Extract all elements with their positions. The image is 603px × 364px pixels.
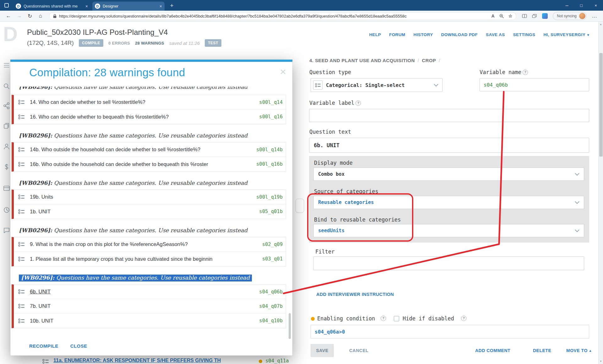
header-link-settings[interactable]: SETTINGS <box>513 32 535 37</box>
header-link-forum[interactable]: FORUM <box>389 32 405 37</box>
header-link-save-as[interactable]: SAVE AS <box>486 32 505 37</box>
copy-icon[interactable] <box>3 122 10 130</box>
single-select-icon <box>18 99 25 105</box>
warning-group-rows: 14b. Who outside the household can decid… <box>12 142 286 172</box>
header-link-help[interactable]: HELP <box>369 32 381 37</box>
address-bar[interactable]: https://designer.mysurvey.solutions/ques… <box>49 12 516 20</box>
help-icon[interactable]: ? <box>356 100 361 106</box>
cancel-button[interactable]: CANCEL <box>349 348 368 353</box>
filter-input[interactable] <box>313 256 584 270</box>
add-interviewer-instruction-link[interactable]: ADD INTERVIEWER INSTRUCTION <box>316 292 394 297</box>
split-screen-icon[interactable] <box>522 13 527 19</box>
user-menu[interactable]: HI, SURVEYSERGIY▾ <box>543 32 589 37</box>
saved-status: saved at 11:26 <box>169 40 200 46</box>
chevron-down-icon <box>575 229 579 232</box>
search-icon[interactable] <box>3 83 10 90</box>
help-icon[interactable]: ? <box>381 316 386 321</box>
recompile-button[interactable]: RECOMPILE <box>29 343 58 349</box>
tab-favicon-icon: D <box>95 3 100 9</box>
breadcrumb-chapter[interactable]: CROP <box>422 58 436 63</box>
variable-name-label: Variable name? <box>480 69 528 75</box>
question-type-dropdown[interactable]: Categorical: Single-select <box>311 78 443 92</box>
minimize-button[interactable]: ─ <box>560 0 574 11</box>
collections-icon[interactable] <box>532 13 537 19</box>
warning-row[interactable]: 16b. Who outside the household can decid… <box>14 157 286 171</box>
move-to-label: MOVE TO <box>566 348 588 353</box>
tab-close-icon[interactable]: × <box>160 4 162 9</box>
history-icon[interactable] <box>3 206 10 214</box>
favorite-star-icon[interactable]: ☆ <box>508 13 513 19</box>
warning-row[interactable]: 14. Who can decide whether to sell %rost… <box>14 95 286 110</box>
read-aloud-icon[interactable]: A <box>492 13 495 19</box>
header-link-download-pdf[interactable]: DOWNLOAD PDF <box>441 32 478 37</box>
refresh-button[interactable]: ↻ <box>24 13 35 19</box>
warning-row[interactable]: 14b. Who outside the household can decid… <box>14 142 286 157</box>
scroll-down-icon[interactable]: ▼ <box>599 360 603 363</box>
window-close-button[interactable]: × <box>589 0 603 11</box>
panel-divider-handle[interactable] <box>296 199 304 213</box>
display-mode-dropdown[interactable]: Combo box <box>313 168 584 181</box>
single-select-icon <box>313 80 323 90</box>
page-scrollbar[interactable]: ▲ ▼ <box>598 22 603 364</box>
display-mode-value: Combo box <box>318 171 345 177</box>
forward-button[interactable]: → <box>14 13 24 19</box>
save-button[interactable]: SAVE <box>311 344 334 357</box>
tab-actions-button[interactable] <box>2 0 11 11</box>
warning-row[interactable]: 1. Please list all the temporary crops t… <box>14 252 286 266</box>
variable-name-input[interactable] <box>480 78 589 91</box>
delete-button[interactable]: DELETE <box>533 348 551 353</box>
modal-scrollbar-thumb[interactable] <box>289 313 291 339</box>
warning-row[interactable]: 1b. UNITs05_q01b <box>14 204 286 219</box>
warning-row[interactable]: 7b. UNITs04_q07b <box>14 299 286 313</box>
new-tab-button[interactable]: + <box>168 2 176 10</box>
modal-close-button[interactable]: CLOSE <box>70 343 87 349</box>
enabled-status-dot <box>259 360 262 363</box>
tab-close-icon[interactable]: × <box>85 4 88 9</box>
sync-status-label: Not syncing <box>557 14 577 18</box>
breadcrumb-section[interactable]: 4. SEED AND PLANT USE AND ACQUISITION <box>309 58 415 63</box>
variable-label-input[interactable] <box>309 109 589 122</box>
browser-tab-questionnaires[interactable]: D Questionnaires shared with me × <box>13 2 90 11</box>
scroll-up-icon[interactable]: ▲ <box>599 23 603 26</box>
warning-row[interactable]: 16. Who can decide whether to bequeath t… <box>14 110 286 124</box>
currency-icon[interactable] <box>3 163 10 171</box>
caret-up-icon: ▴ <box>589 349 591 353</box>
hide-if-disabled-checkbox[interactable] <box>394 316 399 321</box>
sync-status[interactable]: Not syncing <box>553 12 587 20</box>
share-icon[interactable] <box>3 102 10 110</box>
question-list-item-title[interactable]: 11a. ENUMERATOR: ASK RESPONDENT IF S/HE … <box>53 358 221 363</box>
browser-tab-designer[interactable]: D Designer × <box>92 2 165 11</box>
add-comment-button[interactable]: ADD COMMENT <box>475 348 510 353</box>
move-to-button[interactable]: MOVE TO ▴ <box>566 348 591 353</box>
scrollbar-thumb[interactable] <box>599 53 603 157</box>
source-of-categories-dropdown[interactable]: Reusable categories <box>313 196 584 209</box>
question-list-item[interactable]: 11a. ENUMERATOR: ASK RESPONDENT IF S/HE … <box>0 357 597 364</box>
help-icon[interactable]: ? <box>523 70 528 75</box>
modal-close-icon[interactable]: × <box>280 66 286 77</box>
user-icon[interactable] <box>3 143 10 150</box>
question-type-label: Question type <box>309 69 351 75</box>
maximize-button[interactable]: □ <box>574 0 589 11</box>
browser-essentials-icon[interactable] <box>542 13 548 19</box>
browser-menu-button[interactable]: … <box>589 13 600 19</box>
test-button[interactable]: TEST <box>205 39 221 47</box>
back-button[interactable]: ← <box>3 13 14 19</box>
question-text-input[interactable] <box>309 138 589 153</box>
enabling-condition-input[interactable] <box>311 325 589 339</box>
compilation-modal: Compilation: 28 warnings found × [WB0296… <box>10 60 292 356</box>
comment-icon[interactable] <box>3 227 10 234</box>
card-icon[interactable] <box>3 185 10 192</box>
home-button[interactable]: ⌂ <box>35 13 46 19</box>
menu-icon[interactable] <box>3 62 10 69</box>
bind-reusable-categories-dropdown[interactable]: seedUnits <box>313 224 584 237</box>
header-link-history[interactable]: HISTORY <box>413 32 433 37</box>
warning-row[interactable]: 9. What is the main crop on this plot fo… <box>14 237 286 252</box>
enabling-condition-label: Enabling condition <box>317 315 375 322</box>
warning-row[interactable]: 10b. UNITs04_q10b <box>14 313 286 328</box>
zoom-icon[interactable] <box>499 13 504 19</box>
warning-row[interactable]: 6b. UNITs04_q06b <box>14 285 286 299</box>
help-icon[interactable]: ? <box>461 316 466 321</box>
warnings-count[interactable]: 28 WARNINGS <box>135 41 164 46</box>
compile-button[interactable]: COMPILE <box>79 39 103 47</box>
warning-row[interactable]: 19b. Unitss00l_q19b <box>14 190 286 204</box>
